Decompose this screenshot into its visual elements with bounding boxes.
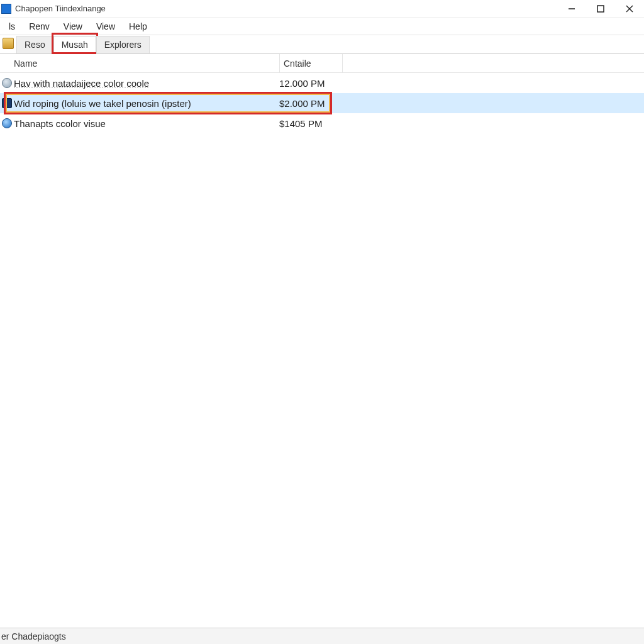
item-cntaile: 12.000 PM	[279, 78, 340, 89]
minimize-icon	[567, 4, 576, 13]
close-icon	[625, 4, 634, 13]
window-title: Chapopen Tiindexlnange	[15, 4, 106, 13]
app-icon	[1, 4, 11, 14]
item-name: Thanapts ccolor visue	[14, 118, 279, 129]
maximize-icon	[596, 4, 605, 13]
tab-reso[interactable]: Reso	[16, 36, 53, 54]
app-window: Chapopen Tiindexlnange ls Renv View View…	[0, 0, 644, 644]
toolbar-icon[interactable]	[3, 38, 14, 49]
svg-rect-1	[597, 6, 604, 12]
maximize-button[interactable]	[586, 0, 615, 18]
tab-musah[interactable]: Musah	[53, 36, 96, 54]
item-cntaile: $1405 PM	[279, 118, 340, 129]
list-item[interactable]: Wid roping (loluis we takel penosin (ips…	[0, 93, 644, 113]
column-cntaile[interactable]: Cntaile	[279, 54, 342, 72]
menu-help[interactable]: Help	[123, 19, 153, 33]
column-divider	[342, 54, 343, 72]
item-cntaile: $2.000 PM	[279, 98, 340, 109]
tabstrip: Reso Musah Explorers	[0, 35, 644, 54]
menu-ls[interactable]: ls	[3, 19, 21, 33]
list-item[interactable]: Thanapts ccolor visue $1405 PM	[0, 113, 644, 133]
menu-renv[interactable]: Renv	[23, 19, 56, 33]
gear-icon	[2, 78, 12, 88]
statusbar: er Chadepiaogts	[0, 628, 644, 644]
tab-label: Musah	[62, 40, 88, 50]
titlebar: Chapopen Tiindexlnange	[0, 0, 644, 18]
minimize-button[interactable]	[557, 0, 586, 18]
globe-icon	[2, 118, 12, 128]
menu-view2[interactable]: View	[90, 19, 121, 33]
column-header: Name Cntaile	[0, 54, 644, 73]
window-controls	[557, 0, 644, 17]
column-name[interactable]: Name	[14, 58, 279, 69]
item-name: Hav with natadaijece color coole	[14, 78, 279, 89]
menubar: ls Renv View View Help	[0, 18, 644, 35]
tab-label: Explorers	[104, 40, 142, 50]
list-view[interactable]: Hav with natadaijece color coole 12.000 …	[0, 73, 644, 628]
item-name: Wid roping (loluis we takel penosin (ips…	[14, 98, 279, 109]
tab-label: Reso	[25, 40, 45, 50]
list-item[interactable]: Hav with natadaijece color coole 12.000 …	[0, 73, 644, 93]
tab-explorers[interactable]: Explorers	[96, 36, 150, 54]
status-text: er Chadepiaogts	[1, 631, 66, 641]
app-item-icon	[2, 98, 12, 108]
menu-view1[interactable]: View	[57, 19, 89, 33]
close-button[interactable]	[615, 0, 644, 18]
